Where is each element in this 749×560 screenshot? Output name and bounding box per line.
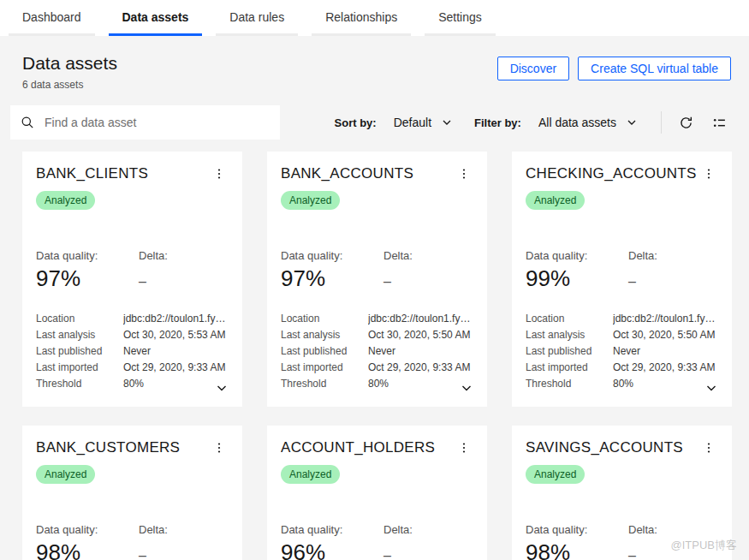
last-analysis-value: Oct 30, 2020, 5:50 AM [368,329,473,341]
last-imported-label: Last imported [36,361,116,373]
overflow-menu-icon[interactable] [455,439,473,456]
last-analysis-label: Last analysis [526,329,606,341]
last-imported-value: Oct 29, 2020, 9:33 AM [123,361,229,373]
asset-card-bank-clients[interactable]: BANK_CLIENTS Analyzed Data quality: Delt… [22,152,242,407]
tab-relationships[interactable]: Relationships [312,0,411,36]
overflow-menu-icon[interactable] [455,165,473,182]
discover-button[interactable]: Discover [497,57,569,80]
search-input[interactable] [45,116,270,129]
last-imported-value: Oct 29, 2020, 9:33 AM [368,361,473,373]
delta-label: Delta: [628,523,657,536]
asset-title: BANK_ACCOUNTS [281,165,413,182]
tab-label: Relationships [325,10,397,24]
overflow-menu-icon[interactable] [699,439,718,456]
asset-title: SAVINGS_ACCOUNTS [526,439,683,456]
data-quality-label: Data quality: [281,249,383,262]
threshold-label: Threshold [281,378,361,390]
asset-cards-grid: BANK_CLIENTS Analyzed Data quality: Delt… [22,152,732,560]
status-badge: Analyzed [36,465,95,484]
top-nav: Dashboard Data assets Data rules Relatio… [0,0,749,36]
data-quality-label: Data quality: [526,523,628,536]
delta-value: – [628,548,636,560]
last-published-value: Never [123,345,229,357]
last-published-label: Last published [281,345,361,357]
overflow-menu-icon[interactable] [210,165,229,182]
last-analysis-value: Oct 30, 2020, 5:50 AM [613,329,718,341]
data-quality-value: 99% [526,265,628,292]
create-sql-virtual-table-button[interactable]: Create SQL virtual table [578,57,731,80]
filter-dropdown[interactable]: All data assets [538,116,637,129]
last-analysis-label: Last analysis [36,329,116,341]
status-badge: Analyzed [526,191,585,210]
delta-label: Delta: [628,249,657,262]
overflow-menu-icon[interactable] [210,439,229,456]
location-label: Location [526,313,606,325]
delta-value: – [139,274,146,289]
sort-dropdown[interactable]: Default [394,116,452,129]
tab-dashboard[interactable]: Dashboard [9,0,95,36]
search-box[interactable] [10,105,280,140]
delta-value: – [139,548,146,560]
data-quality-value: 97% [36,265,139,292]
asset-card-bank-customers[interactable]: BANK_CUSTOMERS Analyzed Data quality: De… [22,426,242,560]
last-analysis-value: Oct 30, 2020, 5:53 AM [123,329,229,341]
delta-value: – [383,274,391,289]
page-header: Data assets 6 data assets Discover Creat… [0,36,749,91]
overflow-menu-icon[interactable] [699,165,718,182]
last-imported-label: Last imported [281,361,361,373]
status-badge: Analyzed [36,191,95,210]
sort-value: Default [394,116,431,129]
refresh-icon [679,116,693,130]
last-imported-label: Last imported [526,361,606,373]
data-quality-label: Data quality: [36,523,139,536]
asset-title: CHECKING_ACCOUNTS [526,165,697,182]
last-published-label: Last published [526,345,606,357]
last-published-value: Never [368,345,473,357]
data-quality-value: 98% [36,539,139,560]
last-imported-value: Oct 29, 2020, 9:33 AM [613,361,718,373]
list-view-icon [712,116,727,130]
filter-by-label: Filter by: [474,116,521,129]
data-quality-label: Data quality: [281,523,383,536]
sort-by-label: Sort by: [335,116,377,129]
chevron-down-icon [627,117,637,128]
delta-label: Delta: [383,523,413,536]
asset-card-account-holders[interactable]: ACCOUNT_HOLDERS Analyzed Data quality: D… [267,426,487,560]
tab-data-rules[interactable]: Data rules [216,0,298,36]
location-label: Location [36,313,116,325]
tab-label: Settings [438,10,482,24]
expand-chevron-icon[interactable] [456,378,477,398]
asset-count: 6 data assets [22,79,117,91]
location-value: jdbc:db2://toulon1.fyre.ib... [123,313,229,325]
asset-card-savings-accounts[interactable]: SAVINGS_ACCOUNTS Analyzed Data quality: … [512,426,732,560]
expand-chevron-icon[interactable] [211,378,232,398]
asset-title: BANK_CUSTOMERS [36,439,180,456]
asset-card-bank-accounts[interactable]: BANK_ACCOUNTS Analyzed Data quality: Del… [267,152,487,407]
threshold-label: Threshold [526,378,606,390]
asset-card-checking-accounts[interactable]: CHECKING_ACCOUNTS Analyzed Data quality:… [512,152,732,407]
tab-label: Dashboard [22,10,81,24]
status-badge: Analyzed [281,191,340,210]
delta-label: Delta: [139,523,168,536]
status-badge: Analyzed [526,465,585,484]
last-analysis-label: Last analysis [281,329,361,341]
toolbar: Sort by: Default Filter by: All data ass… [10,105,732,140]
tab-settings[interactable]: Settings [425,0,496,36]
search-icon [21,116,34,129]
asset-title: BANK_CLIENTS [36,165,148,182]
data-quality-value: 98% [526,539,628,560]
last-published-value: Never [613,345,718,357]
data-quality-label: Data quality: [526,249,628,262]
filter-value: All data assets [538,116,616,129]
delta-label: Delta: [139,249,168,262]
delta-label: Delta: [383,249,413,262]
expand-chevron-icon[interactable] [701,378,722,398]
data-quality-value: 97% [281,265,383,292]
location-value: jdbc:db2://toulon1.fyre.ib... [613,313,718,325]
last-published-label: Last published [36,345,116,357]
refresh-button[interactable] [674,110,698,135]
tab-data-assets[interactable]: Data assets [109,0,203,36]
data-quality-label: Data quality: [36,249,139,262]
status-badge: Analyzed [281,465,340,484]
list-view-button[interactable] [707,110,732,135]
